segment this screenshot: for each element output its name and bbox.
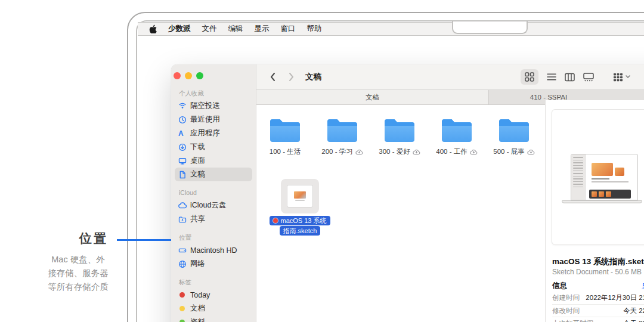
laptop-base [562,200,642,203]
sidebar-item-recents[interactable]: 最近使用 [175,113,252,126]
file-thumbnail [281,179,319,213]
sidebar-item-documents[interactable]: 文稿 [175,168,252,181]
menu-item-file[interactable]: 文件 [202,24,217,34]
sidebar-section-locations: 位置 [179,234,256,242]
document-icon [178,171,190,179]
folder-100-life[interactable]: 100 - 生活 [259,117,311,156]
red-tag-dot-icon [178,292,190,298]
menu-item-window[interactable]: 窗口 [281,24,296,34]
cloud-download-icon [470,149,478,155]
cloud-download-icon [413,149,420,155]
preview-file-meta: Sketch Document - 50.6 MB [552,268,642,276]
folder-200-study[interactable]: 200 - 学习 [317,117,368,156]
list-view-button[interactable] [547,69,556,85]
window-title: 文稿 [305,72,321,82]
sidebar-item-shared[interactable]: 共享 [175,212,252,226]
annotation-pointer-line [117,239,171,241]
yellow-tag-dot-icon [178,306,190,311]
annotation-description: Mac 硬盘、外 接存储、服务器 等所有存储介质 [33,253,123,294]
sidebar-item-desktop[interactable]: 桌面 [175,154,252,168]
info-row-modified: 修改时间 今天 22 [552,304,644,317]
info-row-created: 创建时间 2022年12月30日 21 [552,292,644,304]
macbook-notch [452,21,528,34]
sidebar-item-label: 隔空投送 [190,101,220,111]
file-name-line1: macOS 13 系统 [270,216,330,225]
clock-icon [178,116,190,124]
tab-label: 文稿 [366,93,379,102]
cloud-download-icon [527,149,535,155]
menu-item-edit[interactable]: 编辑 [228,24,243,34]
folder-name: 200 - 学习 [321,147,352,156]
network-globe-icon [178,260,190,268]
sidebar-item-label: 网络 [190,259,205,269]
sidebar-item-label: 下载 [190,142,205,152]
menu-app-name[interactable]: 少数派 [168,24,191,34]
sidebar-item-label: iCloud云盘 [190,200,226,210]
red-tag-dot-icon [273,218,278,223]
folder-name: 300 - 爱好 [379,147,410,156]
back-button[interactable] [265,70,280,84]
folder-500-misc[interactable]: 500 - 屁事 [488,117,540,156]
airdrop-icon [178,102,190,110]
sidebar-item-tag-materials[interactable]: 资料 [175,315,252,322]
sidebar-item-label: Macintosh HD [190,246,237,255]
sidebar-item-airdrop[interactable]: 隔空投送 [175,99,252,113]
sidebar-item-macintosh-hd[interactable]: Macintosh HD [175,243,252,257]
sidebar-item-label: 最近使用 [190,114,220,125]
sidebar-item-label: 文稿 [190,169,205,179]
forward-button[interactable] [284,70,298,84]
sidebar-item-tag-docs[interactable]: 文档 [175,302,252,315]
tab-documents[interactable]: 文稿 [256,90,489,104]
sidebar-section-tags: 标签 [179,278,256,287]
selected-file-sketch[interactable]: macOS 13 系统 指南.sketch [271,179,329,236]
illustration-canvas: 少数派 文件 编辑 显示 窗口 帮助 个人收藏 隔空投送 [0,0,644,322]
group-by-button[interactable] [613,69,630,85]
info-row-last-opened: 上次打开时间 今天 22 [552,317,644,322]
download-icon [178,143,190,151]
preview-card [552,109,644,245]
sidebar-item-label: 资料 [190,317,205,322]
folder-300-hobby[interactable]: 300 - 爱好 [374,117,425,156]
column-view-button[interactable] [565,69,575,85]
folder-name: 100 - 生活 [270,147,301,156]
folder-grid: 100 - 生活 200 - 学习 300 - 爱好 [259,117,540,156]
menu-item-help[interactable]: 帮助 [307,24,322,34]
preview-laptop-thumbnail [571,154,638,200]
apple-menu-icon[interactable] [149,24,157,33]
show-more-link[interactable]: 显示更多 [642,281,644,292]
sidebar-item-network[interactable]: 网络 [175,257,252,271]
gallery-view-button[interactable] [583,69,594,85]
zoom-button[interactable] [196,72,203,79]
sidebar-item-label: 应用程序 [190,128,220,138]
minimize-button[interactable] [185,72,192,79]
finder-window: 个人收藏 隔空投送 最近使用 A 应用程序 [171,64,644,322]
hard-drive-icon [178,246,190,255]
sidebar-item-label: Today [190,291,210,299]
traffic-lights [174,72,203,79]
applications-icon: A [178,129,190,138]
folder-name: 400 - 工作 [436,147,467,156]
cloud-download-icon [355,149,363,155]
info-rows: 创建时间 2022年12月30日 21 修改时间 今天 22 上次打开时间 今天… [552,292,644,322]
grid-view-button[interactable] [521,69,538,85]
green-tag-dot-icon [178,320,190,322]
info-section-header: 信息 [552,281,567,291]
sidebar-item-downloads[interactable]: 下载 [175,140,252,154]
finder-toolbar: 文稿 [256,64,644,89]
preview-panel: macOS 13 系统指南.sketch Sketch Document - 5… [545,100,644,322]
sidebar-section-favorites: 个人收藏 [179,89,256,98]
desktop-icon [178,157,190,165]
folder-400-work[interactable]: 400 - 工作 [431,117,482,156]
close-button[interactable] [174,72,181,79]
sidebar-section-icloud: iCloud [179,189,256,197]
sidebar-item-tag-today[interactable]: Today [175,288,252,302]
menu-bar: 少数派 文件 编辑 显示 窗口 帮助 [138,22,644,36]
sidebar-item-icloud-drive[interactable]: iCloud云盘 [175,199,252,212]
file-name-line2: 指南.sketch [280,226,321,236]
folder-name: 500 - 屁事 [493,147,524,156]
finder-sidebar: 个人收藏 隔空投送 最近使用 A 应用程序 [171,64,256,322]
annotation-title: 位置 [79,230,108,247]
cloud-icon [178,202,190,210]
menu-item-view[interactable]: 显示 [255,24,270,34]
sidebar-item-applications[interactable]: A 应用程序 [175,126,252,140]
